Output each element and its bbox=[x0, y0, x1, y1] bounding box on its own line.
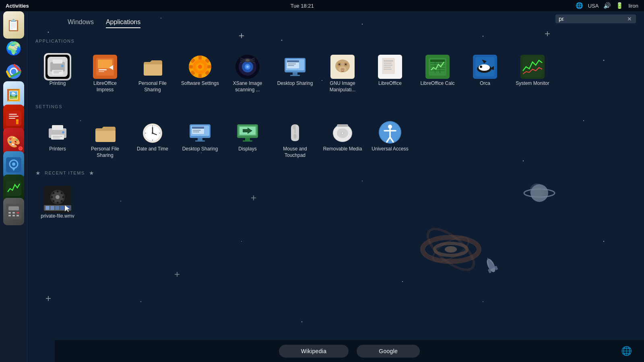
svg-rect-113 bbox=[384, 60, 393, 62]
sidebar-item-sysmonitor[interactable] bbox=[3, 178, 24, 199]
search-clear-button[interactable]: ✕ bbox=[627, 16, 632, 22]
settings-label-desktop-sharing: Desktop Sharing bbox=[182, 146, 218, 152]
settings-filesharing[interactable]: Personal File Sharing bbox=[83, 114, 127, 162]
svg-rect-137 bbox=[52, 125, 63, 130]
app-filesharing[interactable]: Personal File Sharing bbox=[130, 48, 175, 96]
volume-icon[interactable]: 🔊 bbox=[603, 2, 611, 9]
settings-icon-desktop-sharing bbox=[186, 119, 214, 146]
svg-rect-51 bbox=[17, 212, 19, 214]
sidebar-item-texteditor[interactable] bbox=[3, 108, 24, 129]
app-icon-xsane bbox=[234, 53, 261, 80]
settings-printers[interactable]: Printers bbox=[35, 114, 80, 162]
svg-rect-197 bbox=[55, 206, 59, 210]
app-printing[interactable]: Printing bbox=[35, 48, 80, 96]
settings-desktop-sharing[interactable]: Desktop Sharing bbox=[178, 114, 222, 162]
app-icon-sysmon bbox=[519, 53, 546, 80]
app-label-sysmon: System Monitor bbox=[516, 80, 549, 87]
svg-point-188 bbox=[51, 196, 53, 198]
svg-point-81 bbox=[198, 65, 202, 69]
svg-rect-53 bbox=[12, 215, 15, 216]
sidebar-item-qbittorrent[interactable] bbox=[3, 154, 24, 175]
svg-rect-158 bbox=[193, 132, 199, 132]
app-gimp[interactable]: GNU Image Manipulati... bbox=[320, 48, 365, 96]
app-xsane[interactable]: XSane Image scanning ... bbox=[225, 48, 270, 96]
nav-applications[interactable]: Applications bbox=[106, 17, 140, 28]
topbar-right: 🌐 USA 🔊 🔋 liron bbox=[576, 2, 638, 9]
settings-label-displays: Displays bbox=[238, 146, 256, 152]
google-button[interactable]: Google bbox=[357, 345, 420, 358]
settings-section-label: SETTINGS bbox=[35, 104, 636, 109]
svg-rect-59 bbox=[53, 60, 62, 64]
activities-label[interactable]: Activities bbox=[6, 3, 29, 9]
search-bar[interactable]: ✕ bbox=[555, 14, 636, 23]
svg-rect-198 bbox=[60, 206, 64, 210]
datetime-display: Tue 18:21 bbox=[291, 3, 314, 9]
svg-point-168 bbox=[293, 134, 297, 139]
settings-removable[interactable]: Removable Media bbox=[320, 114, 365, 162]
app-calc[interactable]: LibreOffice Calc bbox=[415, 48, 460, 96]
svg-rect-72 bbox=[198, 56, 202, 60]
sidebar-item-calculator[interactable] bbox=[3, 201, 24, 222]
app-impress[interactable]: LibreOffice Impress bbox=[83, 48, 127, 96]
app-label-desktop-sharing: Desktop Sharing bbox=[277, 80, 313, 87]
svg-rect-75 bbox=[207, 65, 211, 68]
app-icon-desktop-sharing bbox=[281, 53, 309, 80]
content-area: APPLICATIONS bbox=[27, 31, 644, 340]
svg-rect-154 bbox=[195, 140, 205, 142]
svg-point-138 bbox=[62, 131, 64, 134]
sidebar-item-mixer[interactable]: 🎨 bbox=[3, 131, 24, 152]
recent-icon-video bbox=[44, 186, 71, 213]
settings-icon-filesharing bbox=[91, 119, 119, 146]
app-icon-software bbox=[186, 53, 214, 80]
svg-rect-61 bbox=[54, 71, 62, 72]
app-software[interactable]: Software Settings bbox=[178, 48, 222, 96]
sidebar-item-filemanager[interactable]: 📋 bbox=[3, 14, 24, 35]
svg-rect-50 bbox=[12, 212, 15, 214]
settings-label-removable: Removable Media bbox=[323, 146, 362, 152]
app-icon-filesharing bbox=[139, 53, 166, 80]
settings-label-universal: Universal Access bbox=[372, 146, 408, 152]
svg-rect-49 bbox=[8, 212, 11, 214]
sidebar-item-imageviewer[interactable]: 🖼️ bbox=[3, 84, 24, 105]
svg-rect-114 bbox=[384, 63, 392, 64]
svg-rect-117 bbox=[384, 69, 392, 70]
settings-icon-universal bbox=[376, 119, 404, 146]
svg-point-192 bbox=[61, 192, 63, 194]
svg-point-108 bbox=[339, 64, 340, 65]
settings-mouse[interactable]: Mouse and Touchpad bbox=[273, 114, 317, 162]
main-content: Windows Applications ✕ APPLICATIONS bbox=[27, 11, 644, 362]
svg-point-88 bbox=[246, 59, 250, 62]
svg-rect-74 bbox=[189, 65, 193, 68]
settings-grid: Printers Personal File Sharing bbox=[35, 114, 636, 162]
svg-point-110 bbox=[341, 68, 345, 70]
settings-universal-access[interactable]: Universal Access bbox=[368, 114, 412, 162]
svg-rect-139 bbox=[53, 136, 62, 137]
svg-rect-52 bbox=[8, 215, 11, 216]
network-icon[interactable]: 🌐 bbox=[576, 2, 583, 9]
search-input[interactable] bbox=[559, 16, 627, 22]
app-label-libreoffice: LibreOffice bbox=[378, 80, 402, 87]
app-libreoffice[interactable]: LibreOffice bbox=[368, 48, 412, 96]
app-orca[interactable]: Orca bbox=[463, 48, 507, 96]
nav-windows[interactable]: Windows bbox=[68, 17, 94, 28]
svg-rect-167 bbox=[293, 125, 295, 129]
topbar: Activities Tue 18:21 🌐 USA 🔊 🔋 liron bbox=[0, 0, 644, 11]
sidebar-item-chrome[interactable] bbox=[3, 61, 24, 82]
svg-rect-153 bbox=[198, 138, 202, 140]
svg-rect-54 bbox=[17, 215, 19, 216]
app-label-filesharing: Personal File Sharing bbox=[133, 80, 172, 93]
settings-displays[interactable]: Displays bbox=[225, 114, 270, 162]
app-icon-libreoffice bbox=[376, 53, 404, 80]
svg-rect-73 bbox=[198, 74, 202, 78]
app-sysmon[interactable]: System Monitor bbox=[510, 48, 555, 96]
svg-rect-136 bbox=[51, 135, 64, 140]
wikipedia-button[interactable]: Wikipedia bbox=[279, 345, 349, 358]
settings-datetime[interactable]: Date and Time bbox=[130, 114, 175, 162]
sidebar: 📋 🌍 🖼️ bbox=[0, 11, 27, 362]
sidebar-item-browser[interactable]: 🌍 bbox=[3, 38, 24, 59]
settings-icon-printers bbox=[44, 119, 71, 146]
recent-grid: private-file.wmv bbox=[35, 181, 636, 223]
recent-video[interactable]: private-file.wmv bbox=[35, 181, 80, 223]
battery-icon[interactable]: 🔋 bbox=[616, 2, 623, 9]
app-desktop-sharing[interactable]: Desktop Sharing bbox=[273, 48, 317, 96]
